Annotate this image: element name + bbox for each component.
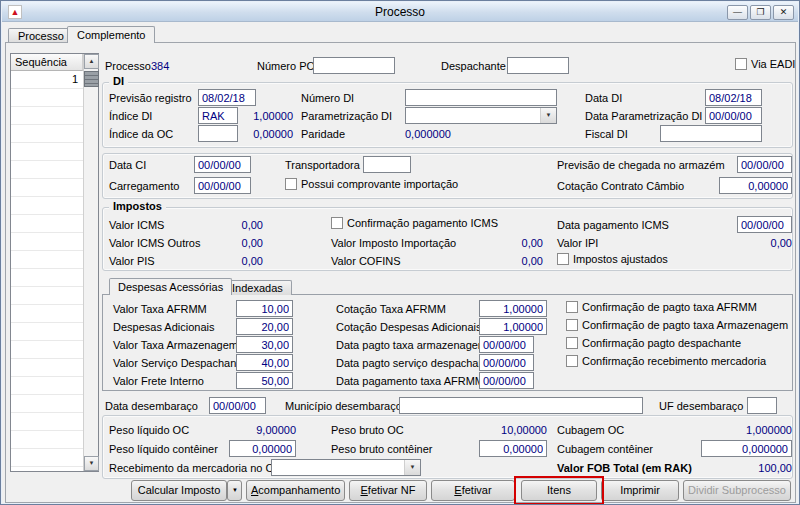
indice-oc-label: Índice da OC	[109, 128, 173, 140]
sequence-row[interactable]: 1	[11, 71, 83, 89]
data-parametrizacao-di-input[interactable]	[705, 107, 762, 124]
conf-recebimento-mercadoria-checkbox[interactable]: Confirmação recebimento mercadoria	[566, 355, 766, 367]
data-pagamento-icms-label: Data pagamento ICMS	[557, 219, 669, 231]
maximize-icon[interactable]: ❐	[750, 5, 771, 20]
via-eadi-checkbox[interactable]: Via EADI	[735, 58, 795, 70]
cotacao-contrato-input[interactable]	[719, 177, 792, 194]
parametrizacao-di-select[interactable]: ▼	[405, 107, 557, 124]
cubagem-conteiner-input[interactable]	[701, 440, 792, 457]
municipio-desembaraco-input[interactable]	[399, 397, 643, 414]
checkbox-icon	[331, 217, 343, 229]
recebimento-cd-value	[272, 460, 404, 475]
data-ci-input[interactable]	[194, 156, 251, 173]
valor-frete-interno-input[interactable]	[236, 372, 293, 389]
conf-pagto-despachante-label: Confirmação pagto despachante	[582, 337, 741, 349]
checkbox-icon	[735, 58, 747, 70]
tab-complemento[interactable]: Complemento	[67, 26, 155, 43]
titlebar[interactable]: ▲ Processo — ❐ ✕	[2, 2, 798, 22]
window-title: Processo	[2, 5, 798, 19]
peso-bruto-oc-label: Peso bruto OC	[331, 424, 404, 436]
data-ci-label: Data CI	[109, 159, 146, 171]
imprimir-button[interactable]: Imprimir	[601, 480, 679, 501]
valor-taxa-armazenagem-label: Valor Taxa Armazenagem	[113, 339, 238, 351]
fiscal-di-input[interactable]	[660, 125, 762, 142]
cotacao-contrato-label: Cotação Contrato Câmbio	[557, 180, 684, 192]
scroll-down-icon[interactable]: ▼	[84, 456, 99, 471]
valor-taxa-armazenagem-input[interactable]	[236, 336, 293, 353]
valor-taxa-afrmm-label: Valor Taxa AFRMM	[113, 303, 207, 315]
efetivar-ordens-button[interactable]: Efetivar Ordens	[431, 480, 515, 501]
conf-pagto-taxa-armazenagem-checkbox[interactable]: Confirmação de pagto taxa Armazenagem	[566, 319, 788, 331]
calcular-imposto-button[interactable]: Calcular Imposto	[131, 480, 227, 501]
cubagem-conteiner-label: Cubagem contêiner	[557, 443, 653, 455]
valor-servico-despachante-input[interactable]	[236, 354, 293, 371]
processo-value: 384	[151, 60, 169, 72]
data-pagto-servico-despachante-label: Data pagto serviço despachante	[336, 357, 494, 369]
via-eadi-label: Via EADI	[751, 58, 795, 70]
minimize-icon[interactable]: —	[727, 5, 748, 20]
impostos-ajustados-checkbox[interactable]: Impostos ajustados	[557, 253, 668, 265]
indice-oc-rate: 0,00000	[241, 128, 293, 140]
checkbox-icon	[566, 355, 578, 367]
indice-di-input[interactable]	[198, 107, 238, 124]
peso-liquido-oc-value: 9,00000	[229, 424, 296, 436]
scroll-up-icon[interactable]: ▲	[84, 54, 99, 69]
chevron-down-icon[interactable]: ▼	[540, 108, 556, 123]
data-pagamento-taxa-afrmm-input[interactable]	[479, 372, 534, 389]
data-pagto-taxa-armazenagem-input[interactable]	[479, 336, 534, 353]
numero-po-label: Número PO	[257, 60, 315, 72]
previsao-chegada-input[interactable]	[737, 156, 792, 173]
data-pagto-servico-despachante-input[interactable]	[479, 354, 534, 371]
despesas-adicionais-input[interactable]	[236, 318, 293, 335]
calcular-imposto-dropdown-icon[interactable]: ▼	[227, 480, 242, 501]
cotacao-despesas-adicionais-input[interactable]	[479, 318, 547, 335]
parametrizacao-di-label: Parametrização DI	[301, 110, 392, 122]
confirmacao-icms-label: Confirmação pagamento ICMS	[347, 217, 498, 229]
data-di-input[interactable]	[705, 89, 762, 106]
previsao-registro-input[interactable]	[198, 89, 256, 106]
valor-taxa-afrmm-input[interactable]	[236, 300, 293, 317]
acompanhamento-button[interactable]: Acompanhamento	[246, 480, 345, 501]
numero-di-input[interactable]	[405, 89, 557, 106]
cotacao-despesas-adicionais-label: Cotação Despesas Adicionais	[336, 321, 482, 333]
highlight-box	[514, 476, 604, 505]
confirmacao-icms-checkbox[interactable]: Confirmação pagamento ICMS	[331, 217, 498, 229]
cotacao-taxa-afrmm-input[interactable]	[479, 300, 547, 317]
chevron-down-icon[interactable]: ▼	[404, 460, 420, 475]
despachante-input[interactable]	[507, 57, 569, 74]
data-desembaraco-label: Data desembaraço	[105, 400, 198, 412]
carregamento-label: Carregamento	[109, 180, 179, 192]
sequence-rows: 1	[11, 71, 83, 471]
peso-liquido-conteiner-input[interactable]	[229, 440, 296, 457]
conf-pagto-taxa-afrmm-checkbox[interactable]: Confirmação de pagto taxa AFRMM	[566, 301, 757, 313]
impostos-ajustados-label: Impostos ajustados	[573, 253, 668, 265]
recebimento-cd-label: Recebimento da mercadoria no CD	[109, 462, 281, 474]
checkbox-icon	[566, 337, 578, 349]
parametrizacao-di-value	[406, 108, 540, 123]
data-desembaraco-input[interactable]	[209, 397, 266, 414]
uf-desembaraco-input[interactable]	[747, 397, 777, 414]
tab-processo[interactable]: Processo	[8, 28, 74, 43]
valor-pis-label: Valor PIS	[109, 255, 155, 267]
recebimento-cd-select[interactable]: ▼	[271, 459, 421, 476]
carregamento-input[interactable]	[194, 177, 251, 194]
efetivar-nf-button[interactable]: Efetivar NF	[349, 480, 427, 501]
close-icon[interactable]: ✕	[773, 5, 794, 20]
sequence-scrollbar[interactable]: ▲ ▼	[83, 54, 98, 471]
dividir-subprocesso-button[interactable]: Dividir Subprocesso	[683, 480, 791, 501]
tab-indexadas[interactable]: Indexadas	[223, 280, 292, 295]
transportadora-input[interactable]	[363, 156, 411, 173]
indice-oc-input[interactable]	[198, 125, 238, 142]
checkbox-icon	[285, 178, 297, 190]
data-pagamento-icms-input[interactable]	[737, 216, 792, 233]
scrollbar-thumb[interactable]	[84, 71, 99, 87]
tab-despesas-acessorias[interactable]: Despesas Acessórias	[109, 278, 232, 295]
peso-bruto-conteiner-input[interactable]	[479, 440, 547, 457]
valor-imposto-importacao-value: 0,00	[479, 237, 543, 249]
transportadora-label: Transportadora	[285, 159, 360, 171]
cubagem-oc-value: 1,000000	[721, 424, 792, 436]
numero-po-input[interactable]	[313, 57, 395, 74]
possui-comprovante-checkbox[interactable]: Possui comprovante importação	[285, 178, 458, 190]
valor-ipi-value: 0,00	[727, 237, 792, 249]
conf-pagto-despachante-checkbox[interactable]: Confirmação pagto despachante	[566, 337, 741, 349]
